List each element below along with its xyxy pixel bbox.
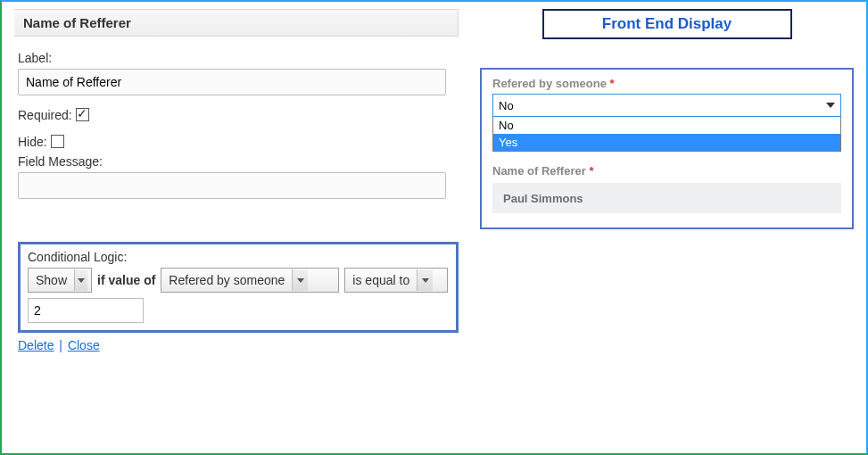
link-row: Delete | Close <box>18 338 459 352</box>
preview-name-label-text: Name of Refferer <box>492 164 586 178</box>
cond-field-select[interactable]: Refered by someone <box>161 268 339 293</box>
required-asterisk: * <box>589 164 593 178</box>
cond-field-value: Refered by someone <box>165 273 288 287</box>
preview-name-value: Paul Simmons <box>492 183 841 213</box>
field-message-caption: Field Message: <box>18 154 459 169</box>
delete-link[interactable]: Delete <box>18 338 54 352</box>
preview-referred-select[interactable]: No <box>492 94 841 117</box>
close-link[interactable]: Close <box>68 338 100 352</box>
preview-box: Refered by someone * No No Yes Name of R… <box>480 68 854 229</box>
cond-action-select[interactable]: Show <box>28 268 92 293</box>
field-editor-panel: Name of Refferer Label: Required: Hide: … <box>14 9 459 446</box>
chevron-down-icon <box>292 269 308 291</box>
panel-title: Name of Refferer <box>14 9 459 37</box>
front-end-display-banner: Front End Display <box>542 9 792 39</box>
app-frame: Name of Refferer Label: Required: Hide: … <box>0 0 868 455</box>
chevron-down-icon <box>74 269 87 291</box>
cond-value-input[interactable] <box>28 298 144 323</box>
hide-caption: Hide: <box>18 135 47 149</box>
hide-checkbox[interactable] <box>51 135 64 148</box>
preview-referred-label-text: Refered by someone <box>492 77 607 90</box>
chevron-down-icon <box>417 269 433 291</box>
conditional-row: Show if value of Refered by someone is e… <box>28 268 449 293</box>
form-body: Label: Required: Hide: Field Message: Co… <box>14 37 459 352</box>
hide-row: Hide: <box>18 135 459 149</box>
cond-operator-value: is equal to <box>349 273 413 287</box>
required-asterisk: * <box>610 77 615 90</box>
required-row: Required: <box>18 108 459 122</box>
conditional-logic-title: Conditional Logic: <box>28 250 449 264</box>
field-message-input[interactable] <box>18 172 446 199</box>
cond-operator-select[interactable]: is equal to <box>344 268 448 293</box>
preview-referred-value: No <box>499 99 514 112</box>
two-column-layout: Name of Refferer Label: Required: Hide: … <box>14 9 854 446</box>
conditional-logic-box: Conditional Logic: Show if value of Refe… <box>18 242 459 333</box>
preview-panel: Front End Display Refered by someone * N… <box>480 9 854 446</box>
preview-referred-options: No Yes <box>492 117 841 152</box>
label-caption: Label: <box>18 51 459 65</box>
preview-option-yes[interactable]: Yes <box>493 134 840 151</box>
cond-action-value: Show <box>32 273 70 287</box>
required-checkbox[interactable] <box>76 108 89 121</box>
cond-mid-text: if value of <box>97 273 155 287</box>
chevron-down-icon <box>826 103 835 108</box>
link-separator: | <box>59 338 62 352</box>
preview-option-no[interactable]: No <box>493 117 840 134</box>
required-caption: Required: <box>18 108 72 122</box>
preview-name-label: Name of Refferer * <box>492 164 841 178</box>
preview-referred-label: Refered by someone * <box>492 77 841 90</box>
label-input[interactable] <box>18 69 446 95</box>
